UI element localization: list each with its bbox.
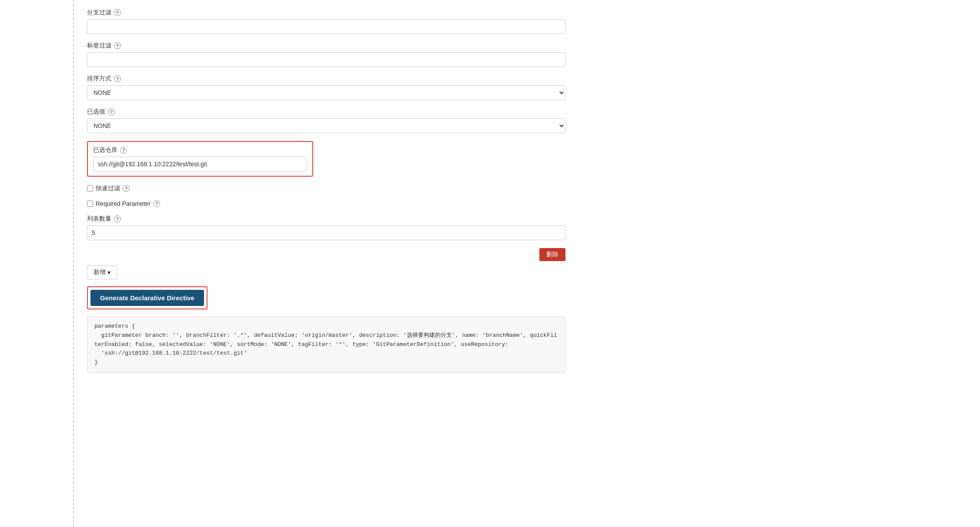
quick-filter-group: 快速过滤 ?: [87, 185, 967, 192]
required-parameter-label: Required Parameter ?: [96, 200, 160, 207]
branch-filter-help-icon[interactable]: ?: [114, 9, 121, 16]
sort-mode-help-icon[interactable]: ?: [114, 75, 121, 82]
list-count-label: 列表数量 ?: [87, 215, 967, 223]
sort-mode-label: 排序方式 ?: [87, 75, 967, 83]
main-content: 分支过滤 ? 标签过滤 ? 排序方式 ? NONE: [74, 0, 980, 527]
required-parameter-checkbox[interactable]: [87, 201, 93, 207]
required-parameter-group: Required Parameter ?: [87, 200, 967, 207]
sort-mode-select[interactable]: NONE: [87, 85, 565, 100]
selected-repo-highlighted: 已选仓库 ?: [87, 141, 313, 177]
selected-repo-input[interactable]: [93, 157, 307, 171]
selected-value-select[interactable]: NONE: [87, 118, 565, 133]
tag-filter-text: 标签过滤: [87, 42, 111, 50]
tag-filter-label: 标签过滤 ?: [87, 42, 967, 50]
delete-button[interactable]: 删除: [539, 248, 565, 261]
list-count-input[interactable]: [87, 225, 565, 240]
quick-filter-help-icon[interactable]: ?: [123, 185, 130, 192]
branch-filter-text: 分支过滤: [87, 9, 111, 17]
selected-repo-text: 已选仓库: [93, 146, 117, 154]
selected-repo-group: 已选仓库 ?: [87, 141, 967, 177]
sort-mode-text: 排序方式: [87, 75, 111, 83]
sort-mode-group: 排序方式 ? NONE: [87, 75, 967, 100]
add-new-button[interactable]: 新增 ▾: [87, 265, 117, 279]
list-count-group: 列表数量 ?: [87, 215, 967, 240]
selected-value-label: 已选值 ?: [87, 108, 967, 116]
list-count-help-icon[interactable]: ?: [114, 215, 121, 222]
delete-button-row: 删除: [87, 248, 565, 261]
tag-filter-input[interactable]: [87, 52, 565, 67]
tag-filter-help-icon[interactable]: ?: [114, 42, 121, 49]
branch-filter-label: 分支过滤 ?: [87, 9, 967, 17]
selected-value-group: 已选值 ? NONE: [87, 108, 967, 133]
tag-filter-group: 标签过滤 ?: [87, 42, 967, 67]
branch-filter-group: 分支过滤 ?: [87, 9, 967, 34]
selected-repo-help-icon[interactable]: ?: [120, 147, 127, 154]
required-parameter-help-icon[interactable]: ?: [153, 200, 160, 207]
left-sidebar: [0, 0, 74, 527]
selected-value-help-icon[interactable]: ?: [108, 108, 115, 115]
branch-filter-input[interactable]: [87, 19, 565, 34]
add-new-label: 新增: [94, 269, 106, 276]
generate-button[interactable]: Generate Declarative Directive: [90, 290, 204, 306]
quick-filter-checkbox[interactable]: [87, 185, 93, 191]
quick-filter-label: 快速过滤 ?: [96, 185, 130, 192]
selected-value-text: 已选值: [87, 108, 105, 116]
add-new-chevron-icon: ▾: [107, 269, 110, 276]
selected-repo-label: 已选仓库 ?: [93, 146, 307, 154]
generate-section: Generate Declarative Directive: [87, 286, 207, 309]
bottom-actions: 新增 ▾: [87, 265, 967, 279]
code-output: parameters { gitParameter branch: '', br…: [87, 316, 565, 373]
list-count-text: 列表数量: [87, 215, 111, 223]
